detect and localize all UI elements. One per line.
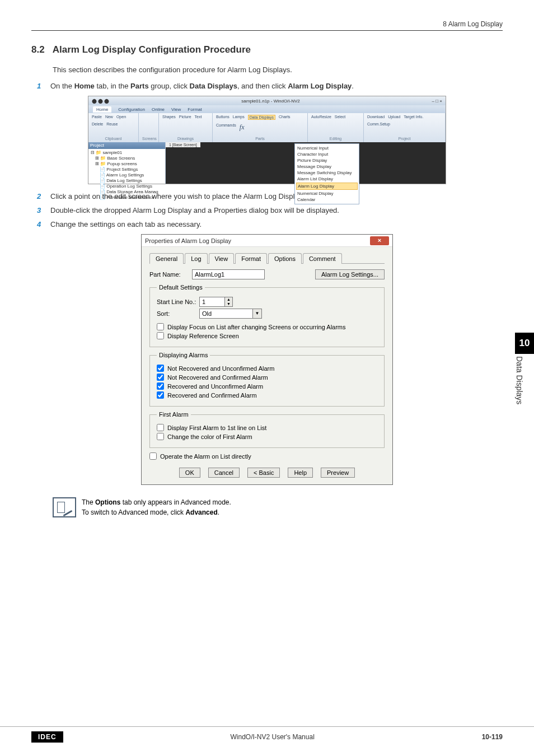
chapter-number: 10	[515, 333, 534, 354]
r-unconf-checkbox[interactable]	[157, 382, 164, 390]
alarm-log-settings-button[interactable]: Alarm Log Settings...	[315, 269, 385, 279]
nr-unconf-label: Not Recovered and Unconfirmed Alarm	[167, 365, 274, 372]
section-number: 8.2	[31, 44, 45, 55]
data-displays-menu: Numerical Input Character Input Picture …	[294, 143, 359, 204]
step-2-number: 2	[37, 192, 50, 200]
menu-calendar[interactable]: Calendar	[296, 197, 358, 203]
grp-clipboard-label: Clipboard	[92, 137, 135, 141]
preview-button[interactable]: Preview	[321, 468, 355, 478]
menu-alarm-log[interactable]: Alarm Log Display	[296, 183, 358, 190]
step-3: 3 Double-click the dropped Alarm Log Dis…	[37, 206, 503, 214]
display-first-label: Display First Alarm to 1st line on List	[167, 424, 266, 431]
grp-drawings-label: Drawings	[162, 137, 209, 141]
dialog-title: Properties of Alarm Log Display	[145, 237, 231, 244]
btn-select[interactable]: Select	[335, 115, 345, 119]
btn-upload[interactable]: Upload	[388, 115, 400, 119]
help-button[interactable]: Help	[288, 468, 313, 478]
nr-conf-label: Not Recovered and Confirmed Alarm	[167, 374, 268, 381]
tab-log[interactable]: Log	[185, 253, 207, 264]
btn-buttons[interactable]: Buttons	[216, 115, 229, 120]
tab-view[interactable]: View	[209, 253, 235, 264]
footer-page: 10-119	[482, 733, 503, 741]
btn-commands[interactable]: Commands	[216, 123, 236, 132]
btn-new[interactable]: New	[105, 115, 113, 119]
menu-msg-switch[interactable]: Message Switching Display	[296, 170, 358, 176]
tab-comment[interactable]: Comment	[303, 253, 342, 264]
step-4: 4 Change the settings on each tab as nec…	[37, 220, 503, 228]
ok-button[interactable]: OK	[179, 468, 200, 478]
sort-select[interactable]: ▼	[199, 309, 262, 319]
tab-general[interactable]: General	[149, 253, 184, 264]
btn-text[interactable]: Text	[195, 115, 202, 119]
btn-paste[interactable]: Paste	[92, 115, 102, 119]
menu-char-input[interactable]: Character Input	[296, 151, 358, 157]
focus-checkbox[interactable]	[157, 323, 164, 330]
sort-label: Sort:	[157, 310, 199, 317]
page-header: 8 Alarm Log Display	[31, 20, 503, 31]
reference-checkbox-label: Display Reference Screen	[167, 333, 239, 339]
app-screenshot: ⬤ ⬤ ⬤ sample01.n1p - WindO/I-NV2 – □ × H…	[88, 96, 446, 184]
grp-project-label: Project	[367, 137, 442, 141]
grp-parts-label: Parts	[216, 137, 304, 141]
btn-picture[interactable]: Picture	[179, 115, 191, 119]
tab-view[interactable]: View	[171, 107, 181, 112]
btn-reuse[interactable]: Reuse	[106, 122, 118, 126]
section-intro: This section describes the configuration…	[53, 66, 503, 74]
btn-download[interactable]: Download	[367, 115, 385, 119]
part-name-label: Part Name:	[149, 271, 192, 278]
edit-canvas[interactable]: 1 [Base Screen] Numerical Input Characte…	[166, 142, 446, 184]
step-3-number: 3	[37, 206, 50, 214]
project-tree[interactable]: Project ⊟ 📁 sample01 ⊞ 📁 Base Screens ⊞ …	[88, 142, 166, 184]
btn-data-displays[interactable]: Data Displays	[248, 115, 275, 120]
operate-checkbox[interactable]	[149, 452, 157, 460]
basic-button[interactable]: < Basic	[247, 468, 280, 478]
btn-open[interactable]: Open	[116, 115, 126, 119]
start-line-spinner[interactable]: ▲▼	[199, 297, 233, 307]
btn-comm[interactable]: Comm.Setup	[367, 122, 390, 126]
tab-options[interactable]: Options	[268, 253, 302, 264]
ribbon-tabs: Home Configuration Online View Format	[88, 105, 446, 113]
r-conf-label: Recovered and Confirmed Alarm	[167, 392, 257, 399]
nr-conf-checkbox[interactable]	[157, 374, 164, 381]
part-name-input[interactable]	[192, 269, 265, 279]
display-first-checkbox[interactable]	[157, 424, 164, 431]
btn-lamps[interactable]: Lamps	[233, 115, 245, 120]
tab-online[interactable]: Online	[152, 107, 165, 112]
menu-num-display[interactable]: Numerical Display	[296, 190, 358, 197]
tab-config[interactable]: Configuration	[118, 107, 145, 112]
step-1: 1 On the Home tab, in the Parts group, c…	[37, 82, 503, 90]
btn-autoresize[interactable]: AutoResize	[311, 115, 331, 119]
step-2: 2 Click a point on the edit screen where…	[37, 192, 503, 200]
tab-format[interactable]: Format	[235, 253, 267, 264]
close-icon[interactable]: ×	[370, 236, 389, 245]
grp-screens-label: Screens	[142, 137, 155, 141]
menu-alarm-list[interactable]: Alarm List Display	[296, 176, 358, 182]
menu-pic-display[interactable]: Picture Display	[296, 157, 358, 164]
reference-checkbox[interactable]	[157, 332, 164, 339]
tab-home[interactable]: Home	[93, 106, 111, 113]
nr-unconf-checkbox[interactable]	[157, 365, 164, 372]
btn-target[interactable]: Target Info.	[404, 115, 423, 119]
focus-checkbox-label: Display Focus on List after changing Scr…	[167, 324, 346, 330]
page-footer: IDEC WindO/I-NV2 User's Manual 10-119	[0, 726, 534, 743]
btn-delete[interactable]: Delete	[92, 122, 103, 126]
canvas-tab[interactable]: 1 [Base Screen]	[166, 142, 200, 147]
r-conf-checkbox[interactable]	[157, 391, 164, 399]
btn-charts[interactable]: Charts	[279, 115, 291, 120]
menu-num-input[interactable]: Numerical Input	[296, 145, 358, 151]
r-unconf-label: Recovered and Unconfirmed Alarm	[167, 383, 263, 390]
change-color-checkbox[interactable]	[157, 433, 164, 440]
footer-title: WindO/I-NV2 User's Manual	[63, 733, 482, 741]
operate-checkbox-label: Operate the Alarm on List directly	[160, 453, 251, 460]
note-box: The Options tab only appears in Advanced…	[53, 497, 503, 517]
tab-format[interactable]: Format	[188, 107, 202, 112]
properties-dialog: Properties of Alarm Log Display × Genera…	[141, 234, 393, 485]
btn-shapes[interactable]: Shapes	[162, 115, 176, 119]
note-icon	[53, 497, 76, 517]
chapter-label: Data Displays	[515, 356, 524, 404]
dialog-tabs: General Log View Format Options Comment	[149, 253, 385, 264]
menu-msg-display[interactable]: Message Display	[296, 164, 358, 170]
section-heading: 8.2 Alarm Log Display Configuration Proc…	[31, 44, 503, 55]
default-settings-legend: Default Settings	[157, 284, 205, 291]
cancel-button[interactable]: Cancel	[208, 468, 240, 478]
